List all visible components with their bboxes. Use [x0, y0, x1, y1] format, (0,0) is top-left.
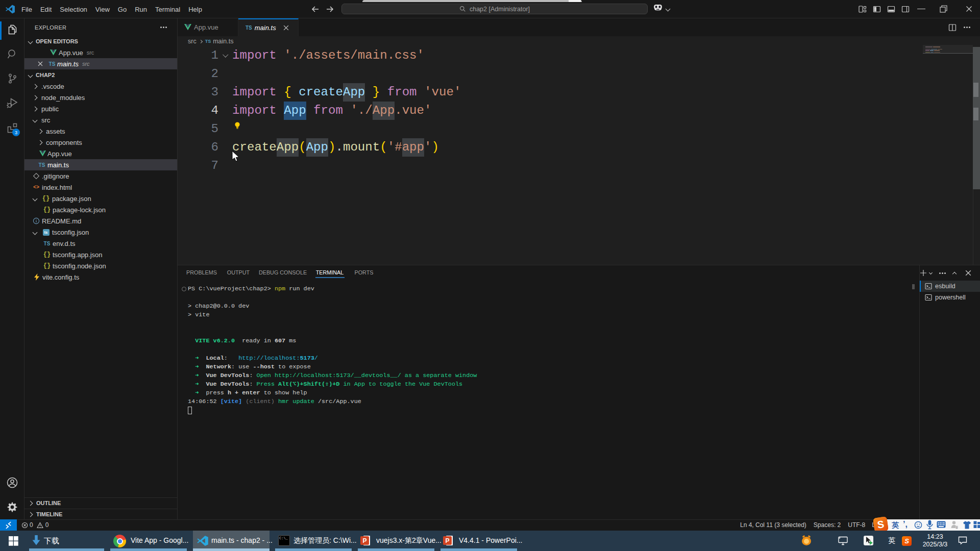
svg-text:1: 1 [956, 526, 958, 529]
